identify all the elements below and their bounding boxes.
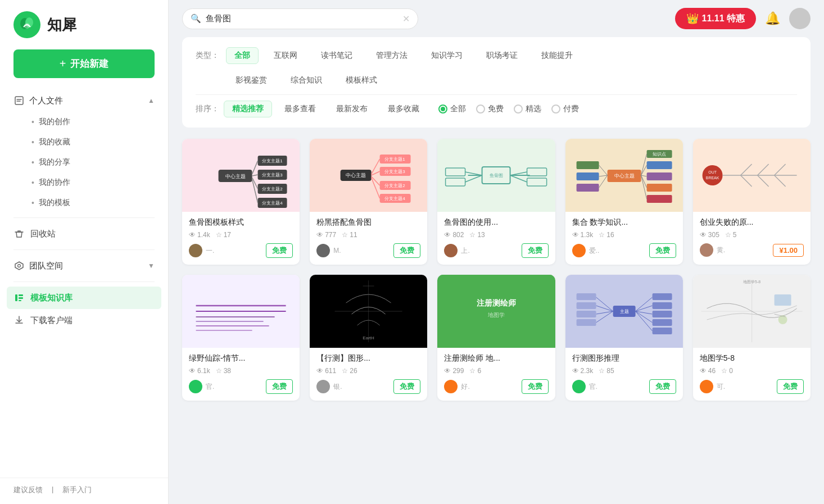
new-document-button[interactable]: + 开始新建 bbox=[13, 49, 155, 78]
filter-tag-comprehensive[interactable]: 综合知识 bbox=[282, 72, 330, 89]
svg-rect-55 bbox=[646, 161, 672, 169]
card-title-8: 注册测绘师 地... bbox=[444, 353, 548, 364]
crown-icon: 👑 bbox=[686, 12, 699, 25]
card-body-1: 鱼骨图模板样式 👁 1.4k ☆ 17 一. 免费 bbox=[182, 212, 300, 265]
filter-tag-film[interactable]: 影视鉴赏 bbox=[227, 72, 275, 89]
author-avatar-8 bbox=[444, 380, 458, 393]
topbar: 🔍 ✕ 👑 11.11 特惠 🔔 bbox=[169, 0, 824, 37]
svg-point-6 bbox=[18, 265, 21, 267]
chevron-down-icon: ▼ bbox=[148, 262, 155, 270]
filter-tag-management[interactable]: 管理方法 bbox=[368, 47, 416, 64]
price-tag-7[interactable]: 免费 bbox=[393, 379, 420, 394]
template-card-9[interactable]: 主题 bbox=[565, 275, 683, 401]
template-card-3[interactable]: 鱼骨图 鱼骨图的使用... bbox=[437, 139, 555, 265]
filter-tag-skill[interactable]: 技能提升 bbox=[533, 47, 581, 64]
filter-tag-knowledge[interactable]: 知识学习 bbox=[423, 47, 471, 64]
card-footer-10: 可. 免费 bbox=[700, 379, 804, 394]
price-tag-4[interactable]: 免费 bbox=[649, 243, 676, 258]
price-tag-10[interactable]: 免费 bbox=[777, 379, 804, 394]
card-stars-9: ☆ 85 bbox=[599, 367, 614, 375]
search-input[interactable] bbox=[206, 14, 398, 24]
card-stats-9: 👁 2.3k ☆ 85 bbox=[572, 367, 676, 375]
notification-bell-icon[interactable]: 🔔 bbox=[765, 11, 780, 26]
svg-rect-64 bbox=[576, 161, 599, 169]
sidebar-item-my-work[interactable]: 我的创作 bbox=[25, 112, 161, 132]
radio-paid[interactable]: 付费 bbox=[551, 104, 579, 114]
author-info-4: 爱.. bbox=[572, 244, 600, 257]
template-card-6[interactable]: 绿野仙踪-情节... 👁 6.1k ☆ 38 官. 免费 bbox=[182, 275, 300, 401]
sidebar-item-my-collection[interactable]: 我的收藏 bbox=[25, 132, 161, 152]
radio-free[interactable]: 免费 bbox=[476, 104, 504, 114]
sidebar-item-template-kb[interactable]: 模板知识库 bbox=[7, 287, 161, 309]
sidebar: 知犀 + 开始新建 个人文件 ▲ 我的创作 我的收藏 我的分享 我 bbox=[0, 0, 169, 504]
search-clear-button[interactable]: ✕ bbox=[402, 13, 410, 24]
price-tag-8[interactable]: 免费 bbox=[522, 379, 549, 394]
svg-text:中心主题: 中心主题 bbox=[614, 173, 634, 179]
sort-tag-most-collected[interactable]: 最多收藏 bbox=[380, 101, 427, 117]
sidebar-item-my-collab[interactable]: 我的协作 bbox=[25, 172, 161, 193]
filter-tag-career[interactable]: 职场考证 bbox=[478, 47, 526, 64]
card-footer-7: 银. 免费 bbox=[316, 379, 420, 394]
template-card-10[interactable]: 地图学5-8 地图学5-8 👁 46 ☆ 0 可. 免费 bbox=[693, 275, 811, 401]
template-card-2[interactable]: 中心主题 分支主题1 分支主题3 分支主题2 分支主题4 bbox=[310, 139, 427, 265]
sort-tag-featured[interactable]: 精选推荐 bbox=[224, 101, 272, 117]
price-tag-1[interactable]: 免费 bbox=[266, 243, 293, 258]
template-card-7[interactable]: EartH 【行测】图形... 👁 611 ☆ 26 银. 免费 bbox=[310, 275, 427, 401]
price-tag-9[interactable]: 免费 bbox=[649, 379, 676, 394]
template-card-4[interactable]: 中心主题 知识点 bbox=[565, 139, 683, 265]
radio-all[interactable]: 全部 bbox=[438, 104, 466, 114]
price-tag-5[interactable]: ¥1.00 bbox=[773, 244, 804, 257]
card-thumb-9: 主题 bbox=[565, 275, 683, 348]
price-filter-group: 全部 免费 精选 付费 bbox=[438, 104, 579, 114]
template-card-5[interactable]: OUT BREAK 创业失败的原... 👁 305 bbox=[693, 139, 811, 265]
sidebar-item-my-share[interactable]: 我的分享 bbox=[25, 152, 161, 172]
filter-tag-template-style[interactable]: 模板样式 bbox=[337, 72, 386, 89]
personal-files-section[interactable]: 个人文件 ▲ bbox=[7, 89, 161, 112]
search-box[interactable]: 🔍 ✕ bbox=[182, 8, 418, 29]
author-name-7: 银. bbox=[333, 382, 342, 392]
template-card-8[interactable]: 注册测绘师 地图学 注册测绘师 地... 👁 299 ☆ 6 好. bbox=[437, 275, 555, 401]
svg-rect-7 bbox=[15, 294, 17, 301]
svg-text:分支主题4: 分支主题4 bbox=[385, 196, 406, 201]
topbar-right: 👑 11.11 特惠 🔔 bbox=[675, 8, 811, 29]
radio-selected[interactable]: 精选 bbox=[514, 104, 541, 114]
my-share-label: 我的分享 bbox=[39, 157, 70, 167]
svg-rect-9 bbox=[19, 297, 23, 299]
card-stats-6: 👁 6.1k ☆ 38 bbox=[189, 367, 293, 375]
price-tag-2[interactable]: 免费 bbox=[393, 243, 420, 258]
price-tag-6[interactable]: 免费 bbox=[266, 379, 293, 394]
filter-tag-reading[interactable]: 读书笔记 bbox=[313, 47, 361, 64]
svg-rect-104 bbox=[652, 328, 672, 334]
sidebar-item-download[interactable]: 下载客户端 bbox=[7, 309, 161, 332]
team-space-section[interactable]: 团队空间 ▼ bbox=[7, 255, 161, 277]
card-stats-7: 👁 611 ☆ 26 bbox=[316, 367, 420, 375]
sidebar-item-trash[interactable]: 回收站 bbox=[7, 223, 161, 245]
svg-text:分支主题3: 分支主题3 bbox=[262, 172, 283, 178]
card-body-4: 集合 数学知识... 👁 1.3k ☆ 16 爱.. 免费 bbox=[565, 212, 683, 265]
sidebar-item-my-template[interactable]: 我的模板 bbox=[25, 193, 161, 213]
sort-tag-most-viewed[interactable]: 最多查看 bbox=[277, 101, 324, 117]
feedback-link[interactable]: 建议反馈 bbox=[13, 485, 43, 495]
author-info-2: M. bbox=[316, 244, 341, 257]
price-tag-3[interactable]: 免费 bbox=[522, 243, 549, 258]
author-avatar-7 bbox=[316, 380, 330, 393]
card-views-10: 👁 46 bbox=[700, 367, 716, 375]
svg-rect-44 bbox=[527, 178, 547, 186]
card-thumb-3: 鱼骨图 bbox=[437, 139, 555, 212]
filter-tag-all[interactable]: 全部 bbox=[226, 47, 259, 64]
svg-line-63 bbox=[641, 175, 646, 199]
trash-icon bbox=[13, 228, 25, 239]
sort-tag-latest[interactable]: 最新发布 bbox=[328, 101, 375, 117]
nav-divider-1 bbox=[13, 217, 155, 218]
type-filter-row2: 影视鉴赏 综合知识 模板样式 bbox=[196, 72, 797, 89]
template-card-1[interactable]: 中心主题 分支主题1 分支主题3 分支主题2 分支主题4 bbox=[182, 139, 300, 265]
newbie-link[interactable]: 新手入门 bbox=[62, 485, 92, 495]
filter-tag-internet[interactable]: 互联网 bbox=[265, 47, 306, 64]
author-name-2: M. bbox=[333, 247, 341, 255]
promo-button[interactable]: 👑 11.11 特惠 bbox=[675, 8, 756, 29]
svg-rect-101 bbox=[652, 302, 672, 309]
svg-point-116 bbox=[778, 315, 787, 324]
user-avatar[interactable] bbox=[789, 8, 811, 29]
card-body-9: 行测图形推理 👁 2.3k ☆ 85 官. 免费 bbox=[565, 348, 683, 401]
svg-rect-58 bbox=[646, 195, 672, 203]
